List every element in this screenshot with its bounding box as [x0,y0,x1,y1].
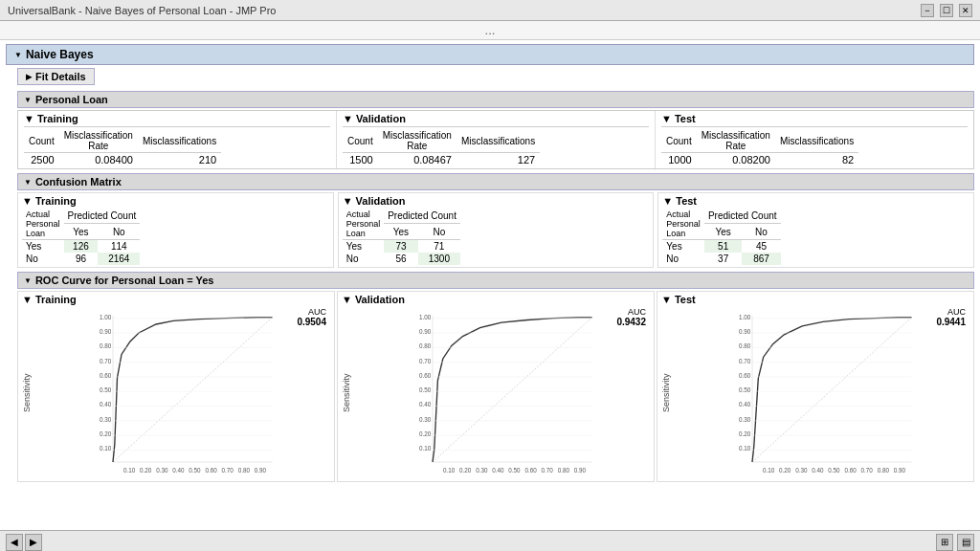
confusion-matrix-cols: ▼ Training ActualPersonalLoan Predicted … [17,192,974,268]
test-count-header: Count [661,129,697,153]
svg-text:0.30: 0.30 [156,467,168,474]
roc-train-label: Training [35,294,77,305]
svg-text:0.70: 0.70 [542,467,554,474]
test-roc-col: ▼ Test Sensitivity AUC 0.9441 1.00 0.90 … [657,291,974,482]
validation-roc-chart: 1.00 0.90 0.80 0.70 0.60 0.50 0.40 0.30 … [353,307,650,479]
test-label: Test [675,113,696,124]
svg-text:0.70: 0.70 [739,358,751,364]
main-content: ▼ Naive Bayes ▶ Fit Details ▼ Personal L… [0,40,980,530]
train-yes-no: 114 [98,240,140,253]
train-no-actual: No [22,253,64,265]
training-auc-value: 0.9504 [297,317,326,327]
svg-text:0.40: 0.40 [100,401,112,408]
test-auc-value: 0.9441 [936,317,966,327]
confusion-label: Confusion Matrix [35,176,122,187]
svg-text:0.10: 0.10 [443,467,456,474]
list-icon-button[interactable]: ▤ [957,534,974,551]
validation-roc-col: ▼ Validation Sensitivity AUC 0.9432 1.00… [337,291,655,482]
minimize-button[interactable]: − [921,4,934,17]
svg-text:0.50: 0.50 [739,386,751,393]
confusion-triangle: ▼ [24,178,32,187]
roc-charts-row: ▼ Training Sensitivity AUC 0.9504 1.00 [17,291,974,482]
test-misclass-group: ▼ Test Count MisclassificationRate Miscl… [656,111,973,168]
conf-train-triangle: ▼ [22,195,33,207]
training-count: 2500 [24,153,59,167]
roc-test-label: Test [675,294,696,305]
val-yes-no: 71 [418,240,460,253]
svg-text:0.90: 0.90 [419,328,432,335]
val-count-header: Count [343,129,378,153]
misclass-header: Misclassifications [138,129,221,153]
rate-header: MisclassificationRate [59,129,138,153]
test-no-yes: 37 [704,253,743,265]
grid-icon-button[interactable]: ⊞ [936,534,953,551]
test-yes-no: 45 [742,240,780,253]
scroll-right-button[interactable]: ▶ [25,534,42,551]
count-header: Count [24,129,59,153]
validation-confusion: ▼ Validation ActualPersonalLoan Predicte… [338,192,655,268]
svg-text:0.10: 0.10 [763,467,775,474]
fit-details-triangle: ▶ [26,73,32,81]
restore-button[interactable]: ☐ [940,4,953,17]
svg-text:0.10: 0.10 [739,445,751,452]
svg-text:0.90: 0.90 [100,328,112,335]
validation-label: Validation [356,113,406,124]
roc-section-header[interactable]: ▼ ROC Curve for Personal Loan = Yes [17,272,974,289]
svg-text:0.20: 0.20 [140,467,152,474]
close-button[interactable]: ✕ [959,4,972,17]
train-no-yes: 96 [64,253,99,265]
training-roc-col: ▼ Training Sensitivity AUC 0.9504 1.00 [17,291,335,482]
train-yes-actual: Yes [22,240,64,253]
confusion-matrix-header[interactable]: ▼ Confusion Matrix [17,173,974,190]
predicted-count-header-test: Predicted Count [704,209,781,224]
svg-text:0.60: 0.60 [524,467,537,474]
val-no-yes: 56 [384,253,418,265]
test-misclass-header: Misclassifications [775,129,858,153]
svg-text:1.00: 1.00 [419,314,432,320]
training-roc-chart: 1.00 0.90 0.80 0.70 0.60 0.50 0.40 0.30 … [33,307,330,479]
svg-text:0.40: 0.40 [739,401,751,408]
training-confusion: ▼ Training ActualPersonalLoan Predicted … [17,192,334,268]
svg-text:0.40: 0.40 [492,467,504,474]
roc-train-triangle: ▼ [22,294,33,305]
actual-test-header: ActualPersonalLoan [662,209,704,240]
training-misclass-table: Count MisclassificationRate Misclassific… [24,129,221,166]
svg-text:0.60: 0.60 [100,372,112,379]
validation-triangle: ▼ [343,113,353,124]
no-header-val: No [418,224,460,240]
svg-text:0.60: 0.60 [205,467,217,474]
validation-sensitivity-label: Sensitivity [342,307,351,479]
svg-text:0.50: 0.50 [828,467,840,474]
validation-auc-value: 0.9432 [616,317,646,327]
validation-auc-label: AUC [628,307,646,317]
test-confusion-table: ActualPersonalLoan Predicted Count Yes N… [662,209,780,265]
val-yes-actual: Yes [343,240,385,253]
svg-text:0.90: 0.90 [739,328,751,335]
svg-text:0.30: 0.30 [795,467,808,474]
svg-text:0.60: 0.60 [739,372,751,379]
val-no-no: 1300 [418,253,460,265]
test-no-no: 867 [742,253,780,265]
val-misclass-header: Misclassifications [457,129,540,153]
window-controls[interactable]: − ☐ ✕ [921,4,972,17]
test-sensitivity-label: Sensitivity [661,307,671,479]
bottom-right-icons: ⊞ ▤ [936,534,974,551]
scroll-left-button[interactable]: ◀ [6,534,23,551]
svg-text:0.90: 0.90 [574,467,587,474]
test-confusion: ▼ Test ActualPersonalLoan Predicted Coun… [657,192,974,268]
yes-header-test: Yes [704,224,743,240]
svg-text:0.50: 0.50 [419,386,432,393]
test-yes-yes: 51 [704,240,743,253]
training-sensitivity-label: Sensitivity [22,307,32,479]
roc-triangle: ▼ [24,276,32,285]
actual-personal-loan-header: ActualPersonalLoan [22,209,64,240]
fit-details-header[interactable]: ▶ Fit Details [17,68,95,85]
svg-text:0.30: 0.30 [419,416,432,423]
test-count: 1000 [661,153,697,167]
menu-dots[interactable]: ... [0,21,980,40]
svg-text:0.10: 0.10 [123,467,136,474]
training-auc-label: AUC [308,307,326,317]
naive-bayes-header[interactable]: ▼ Naive Bayes [6,44,974,65]
personal-loan-section-header[interactable]: ▼ Personal Loan [17,91,974,108]
validation-rate: 0.08467 [378,153,457,167]
